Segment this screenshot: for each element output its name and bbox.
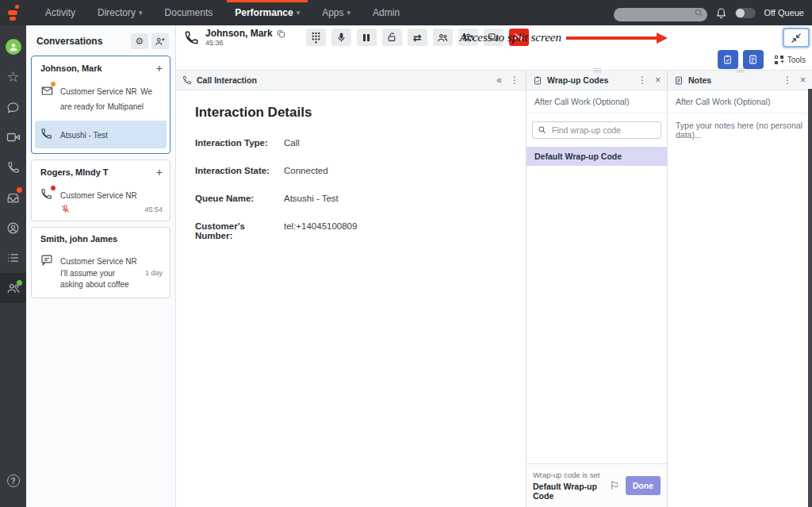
secure-pause-button[interactable] [382, 29, 402, 46]
field-label: Interaction Type: [195, 138, 284, 148]
nav-directory[interactable]: Directory ▾ [86, 0, 154, 25]
contact-name: Johnson, Mark [40, 63, 102, 73]
sidebar-item-voicemail[interactable] [0, 182, 26, 213]
close-icon[interactable]: × [655, 75, 661, 85]
transfer-icon: ⇄ [413, 32, 422, 44]
search-icon [694, 8, 703, 17]
main-area: Johnson, Mark 45:36 [176, 25, 812, 507]
phone-icon [7, 161, 20, 174]
conversation-card-smith[interactable]: Smith, john James Customer Service NR I'… [31, 227, 170, 298]
sidebar-item-queue-list[interactable] [0, 243, 26, 273]
add-interaction-icon[interactable]: + [156, 63, 163, 74]
interaction-preview: I'll assume your asking about coffee [60, 268, 139, 291]
interaction-queue: Customer Service NR [60, 191, 137, 200]
queue-toggle-knob [736, 9, 745, 17]
notes-textarea[interactable] [676, 121, 804, 454]
nav-activity[interactable]: Activity [34, 0, 86, 25]
sidebar-item-calls[interactable] [0, 152, 26, 182]
list-icon [6, 252, 20, 263]
search-icon [538, 125, 546, 134]
voicemail-badge [17, 187, 22, 193]
nav-admin-label: Admin [373, 7, 400, 18]
interaction-queue: Atsushi - Test [60, 131, 108, 140]
kebab-menu-icon[interactable]: ⋮ [510, 75, 519, 85]
notifications-bell-icon[interactable] [715, 6, 727, 19]
sidebar-item-favorites[interactable]: ☆ [0, 62, 26, 92]
sidebar-item-contacts[interactable] [0, 213, 26, 243]
wrapup-search-input[interactable] [532, 121, 661, 139]
star-icon: ☆ [6, 70, 19, 84]
field-customer-number: Customer's Number: tel:+14045100809 [195, 221, 507, 240]
field-value: Connected [284, 166, 328, 175]
add-conversation-button[interactable] [151, 33, 169, 49]
panel-title: Notes [688, 75, 711, 85]
top-nav: Activity Directory ▾ Documents Performan… [0, 0, 812, 25]
flag-icon[interactable]: ⚐ [607, 478, 621, 494]
wrapup-codes-panel: ⠿⠿ Wrap-up Codes ⋮ × After Call Wo [527, 70, 668, 507]
queue-status-label: Off Queue [764, 8, 804, 17]
drag-handle-icon[interactable]: ⠿⠿ [736, 67, 744, 75]
split-screen-annotation: Access to split screen [460, 31, 668, 44]
wrapup-code-option-selected[interactable]: Default Wrap-up Code [527, 147, 667, 166]
done-button[interactable]: Done [626, 476, 661, 495]
global-search [614, 6, 707, 20]
interaction-item-message[interactable]: Customer Service NR We are ready for Mul… [32, 79, 170, 119]
field-interaction-type: Interaction Type: Call [195, 138, 507, 148]
interaction-item-chat[interactable]: Customer Service NR I'll assume your ask… [32, 248, 170, 298]
conversation-settings-button[interactable]: ⚙ [131, 33, 148, 49]
transfer-button[interactable]: ⇄ [408, 29, 427, 46]
annotation-arrow [566, 33, 668, 44]
add-interaction-icon[interactable]: + [156, 167, 163, 178]
sidebar-item-video[interactable] [0, 122, 26, 152]
kebab-menu-icon[interactable]: ⋮ [783, 75, 792, 85]
panel-toolbar: + Tools [176, 49, 812, 70]
pause-icon [363, 34, 370, 41]
kebab-menu-icon[interactable]: ⋮ [638, 75, 647, 85]
nav-documents[interactable]: Documents [154, 0, 224, 25]
inbox-icon [6, 191, 20, 204]
consult-button[interactable] [433, 29, 453, 46]
panels-row: Call Interaction « ⋮ Interaction Details… [176, 70, 812, 507]
close-icon[interactable]: × [800, 75, 806, 85]
conversation-card-johnson[interactable]: Johnson, Mark + Customer Service NR We a… [31, 56, 170, 154]
contact-name: Smith, john James [40, 234, 117, 244]
panel-title: Wrap-up Codes [547, 75, 608, 85]
message-icon [40, 83, 54, 113]
sidebar-item-help[interactable]: ? [0, 466, 26, 496]
interaction-queue: Customer Service NR [60, 87, 137, 96]
notes-toggle-button[interactable] [743, 50, 764, 69]
interaction-item-call-selected[interactable]: Atsushi - Test [35, 121, 167, 148]
wrapup-footer: Wrap-up code is set Default Wrap-up Code… [527, 463, 667, 507]
video-camera-icon [6, 131, 21, 144]
conversation-card-rogers[interactable]: Rogers, MIndy T + Customer Service NR [31, 159, 170, 222]
person-add-icon [155, 36, 166, 46]
drag-handle-icon[interactable]: ⠿⠿ [593, 67, 601, 75]
annotation-label: Access to split screen [460, 31, 561, 44]
chevron-down-icon: ▾ [139, 9, 143, 17]
sidebar-item-chat[interactable] [0, 92, 26, 122]
vertical-scrollbar[interactable] [808, 89, 812, 507]
hold-button[interactable] [357, 29, 377, 46]
tools-label: Tools [787, 56, 806, 64]
copy-icon[interactable] [277, 29, 285, 38]
caller-name: Johnson, Mark [205, 28, 273, 39]
queue-toggle[interactable] [735, 8, 756, 18]
split-screen-button[interactable] [783, 28, 810, 48]
nav-apps[interactable]: Apps ▾ [311, 0, 362, 25]
field-value: Atsushi - Test [284, 194, 339, 203]
wrapup-codes-toggle-button[interactable] [718, 50, 738, 69]
sidebar-item-profile[interactable] [0, 32, 26, 62]
interaction-item-call-ended[interactable]: Customer Service NR 45:54 [32, 182, 170, 221]
notes-panel: ⠿⠿ Notes ⋮ × After [668, 70, 812, 507]
sidebar-item-interactions[interactable] [0, 273, 26, 303]
collapse-panel-icon[interactable]: « [496, 75, 502, 85]
nav-admin[interactable]: Admin [362, 0, 411, 25]
nav-performance[interactable]: Performance ▾ [224, 0, 311, 25]
call-alert-badge [50, 185, 56, 191]
dialpad-button[interactable] [306, 29, 326, 46]
mute-button[interactable] [331, 29, 351, 46]
tools-menu-button[interactable]: + Tools [775, 56, 806, 64]
genesys-logo [0, 0, 26, 25]
phone-icon [40, 127, 54, 142]
nav-performance-label: Performance [235, 7, 293, 18]
